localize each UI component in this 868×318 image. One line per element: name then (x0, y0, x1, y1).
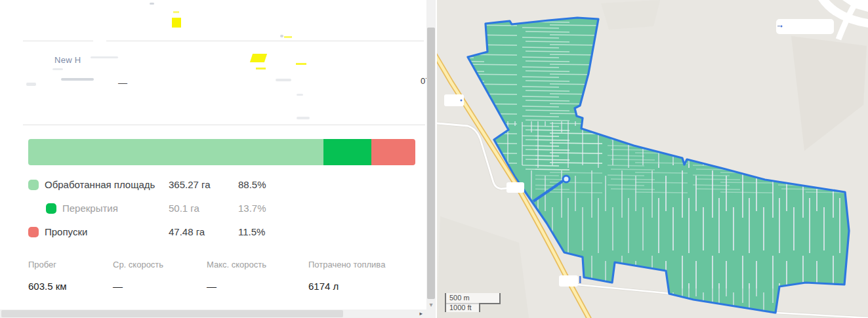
legend-value: 365.27 га (169, 179, 211, 190)
stat-mileage: Пробег 603.5 км (28, 260, 67, 292)
header-smudge (150, 3, 154, 5)
label-glyph-fragment (579, 276, 581, 283)
text-smudge (61, 78, 94, 81)
scale-imperial: 1000 ft (445, 303, 480, 313)
label-dot (461, 100, 463, 102)
legend-value: 47.48 га (169, 226, 205, 237)
terrain-patch (601, 0, 660, 30)
text-smudge (52, 68, 63, 70)
vertical-scrollbar-thumb[interactable] (427, 28, 435, 299)
stat-value: — (207, 281, 266, 292)
stat-avg-speed: Ср. скорость — (113, 260, 163, 292)
yellow-dash (296, 63, 306, 65)
stat-max-speed: Макс. скорость — (207, 260, 266, 292)
text-smudge (297, 117, 310, 119)
text-smudge (297, 94, 303, 96)
text-smudge (26, 83, 36, 86)
processed-swatch (28, 180, 39, 190)
overlap-swatch (46, 203, 56, 214)
stats-panel: New H — 07 Обработанная площадь 365.27 г… (0, 0, 437, 318)
legend-percent: 13.7% (238, 203, 266, 214)
track-endpoint-marker[interactable] (563, 176, 569, 182)
legend-value: 50.1 га (169, 203, 199, 214)
legend-row-gaps: Пропуски 47.48 га 11.5% (28, 220, 415, 244)
stat-label: Потрачено топлива (308, 260, 385, 269)
coverage-bar-overlap (323, 139, 371, 165)
horizontal-scrollbar-thumb[interactable] (1, 310, 343, 317)
field-thumbnail-fragment (250, 54, 267, 62)
stat-fuel: Потрачено топлива 6174 л (308, 260, 385, 292)
label-glyph-fragment (777, 26, 780, 27)
scrollbar-corner (426, 309, 436, 318)
coverage-legend: Обработанная площадь 365.27 га 88.5% Пер… (28, 173, 415, 244)
dash-value: — (118, 77, 127, 88)
text-smudge (276, 79, 291, 81)
stat-label: Пробег (28, 260, 67, 269)
divider (106, 41, 424, 41)
yellow-dash (256, 68, 266, 70)
legend-label: Обработанная площадь (45, 179, 155, 190)
map-canvas[interactable] (437, 0, 868, 318)
vehicle-name[interactable]: New H (54, 55, 81, 65)
yellow-dash (284, 36, 292, 38)
stat-value: 6174 л (308, 281, 385, 292)
yellow-marker (172, 18, 181, 28)
coverage-bar-processed (28, 139, 323, 165)
scroll-down-arrow-icon[interactable]: ▾ (426, 300, 436, 309)
coverage-bar-gaps (371, 139, 415, 165)
horizontal-scrollbar[interactable]: ▸ (0, 309, 426, 318)
coverage-bar (28, 139, 415, 165)
stat-label: Макс. скорость (207, 260, 266, 269)
divider (23, 125, 425, 125)
legend-row-overlap: Перекрытия 50.1 га 13.7% (28, 197, 415, 220)
stat-label: Ср. скорость (113, 260, 163, 269)
coverage-map[interactable]: 500 m 1000 ft (437, 0, 868, 318)
map-label[interactable] (776, 19, 834, 34)
divider (23, 41, 93, 41)
legend-label: Перекрытия (62, 203, 118, 214)
map-scale-control: 500 m 1000 ft (445, 293, 501, 312)
map-label[interactable] (506, 182, 524, 193)
stat-value: — (113, 281, 163, 292)
label-dot (781, 26, 783, 28)
yellow-dash (173, 11, 179, 13)
scroll-right-arrow-icon[interactable]: ▸ (419, 309, 423, 318)
header-smudge (280, 35, 283, 37)
legend-label: Пропуски (45, 226, 87, 237)
stat-value: 603.5 км (28, 281, 67, 292)
vertical-scrollbar[interactable]: ▾ (426, 0, 436, 309)
legend-percent: 11.5% (238, 226, 265, 237)
vehicle-name-smudge (91, 56, 118, 58)
gaps-swatch (28, 227, 39, 237)
app-root: New H — 07 Обработанная площадь 365.27 г… (0, 0, 868, 318)
legend-percent: 88.5% (238, 179, 266, 190)
map-label[interactable] (559, 275, 578, 287)
legend-row-processed: Обработанная площадь 365.27 га 88.5% (28, 173, 415, 197)
